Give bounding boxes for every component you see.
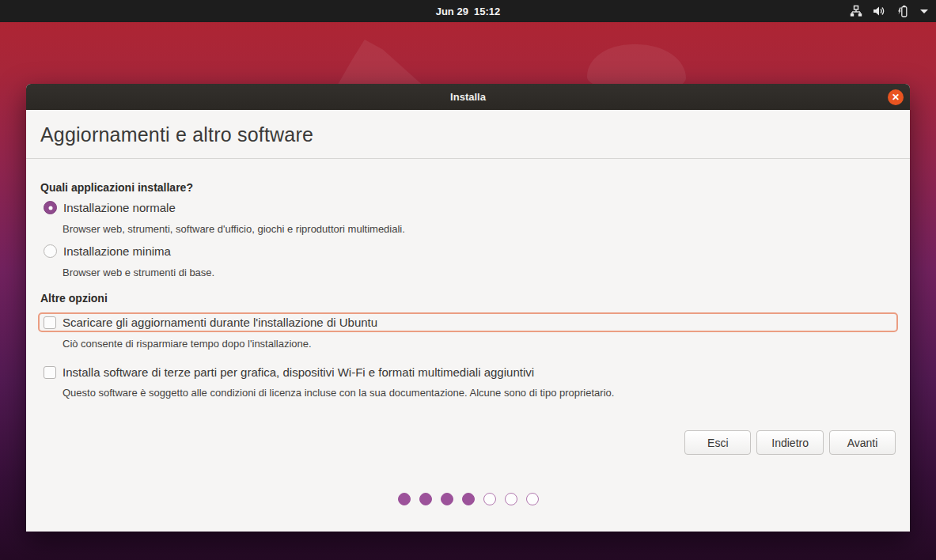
- clock[interactable]: Jun 29 15:12: [436, 6, 501, 17]
- checkbox-icon[interactable]: [44, 316, 56, 329]
- checkbox-icon[interactable]: [44, 366, 56, 379]
- page-header: Aggiornamenti e altro software: [26, 110, 910, 158]
- back-button[interactable]: Indietro: [756, 430, 824, 455]
- progress-dot: [483, 493, 496, 505]
- progress-dot: [441, 493, 453, 505]
- top-bar: Jun 29 15:12: [0, 0, 936, 22]
- chevron-down-icon: [920, 9, 928, 13]
- checkbox-option-third-party[interactable]: Installa software di terze parti per gra…: [44, 365, 896, 379]
- progress-dot: [505, 493, 517, 505]
- system-tray[interactable]: [850, 0, 928, 22]
- network-icon: [850, 5, 862, 17]
- page-title: Aggiornamenti e altro software: [40, 123, 894, 146]
- window-title: Installa: [450, 91, 486, 103]
- progress-dot: [398, 493, 411, 505]
- radio-description: Browser web e strumenti di base.: [63, 267, 896, 278]
- navigation-buttons: Esci Indietro Avanti: [40, 430, 896, 455]
- next-button[interactable]: Avanti: [829, 430, 896, 455]
- checkbox-label: Installa software di terze parti per gra…: [63, 365, 534, 379]
- desktop: Jun 29 15:12: [0, 0, 936, 560]
- checkbox-option-download-updates[interactable]: Scaricare gli aggiornamenti durante l'in…: [38, 312, 898, 332]
- other-options-heading: Altre opzioni: [40, 292, 896, 305]
- radio-option-normal-install[interactable]: Installazione normale: [44, 201, 896, 214]
- progress-dot: [526, 493, 539, 505]
- progress-dots: [26, 493, 910, 505]
- progress-dot: [419, 493, 432, 505]
- radio-option-minimal-install[interactable]: Installazione minima: [44, 244, 896, 258]
- checkbox-description: Questo software è soggetto alle condizio…: [63, 387, 896, 399]
- radio-description: Browser web, strumenti, software d'uffic…: [63, 223, 896, 235]
- apps-question-heading: Quali applicazioni installare?: [40, 181, 896, 194]
- radio-button-icon[interactable]: [44, 244, 57, 258]
- radio-label: Installazione minima: [63, 244, 171, 258]
- progress-dot: [462, 493, 475, 505]
- installer-window: Installa ✕ Aggiornamenti e altro softwar…: [26, 84, 910, 532]
- radio-button-icon[interactable]: [44, 201, 57, 214]
- volume-icon: [873, 5, 886, 17]
- radio-label: Installazione normale: [63, 201, 176, 214]
- checkbox-label: Scaricare gli aggiornamenti durante l'in…: [63, 316, 377, 329]
- battery-icon: [896, 5, 910, 18]
- quit-button[interactable]: Esci: [684, 430, 751, 455]
- checkbox-description: Ciò consente di risparmiare tempo dopo l…: [63, 338, 896, 350]
- close-icon: ✕: [892, 93, 900, 102]
- close-button[interactable]: ✕: [888, 89, 904, 105]
- wallpaper-shape: [335, 40, 426, 89]
- window-content: Quali applicazioni installare? Installaz…: [26, 159, 910, 532]
- window-titlebar[interactable]: Installa ✕: [26, 84, 910, 110]
